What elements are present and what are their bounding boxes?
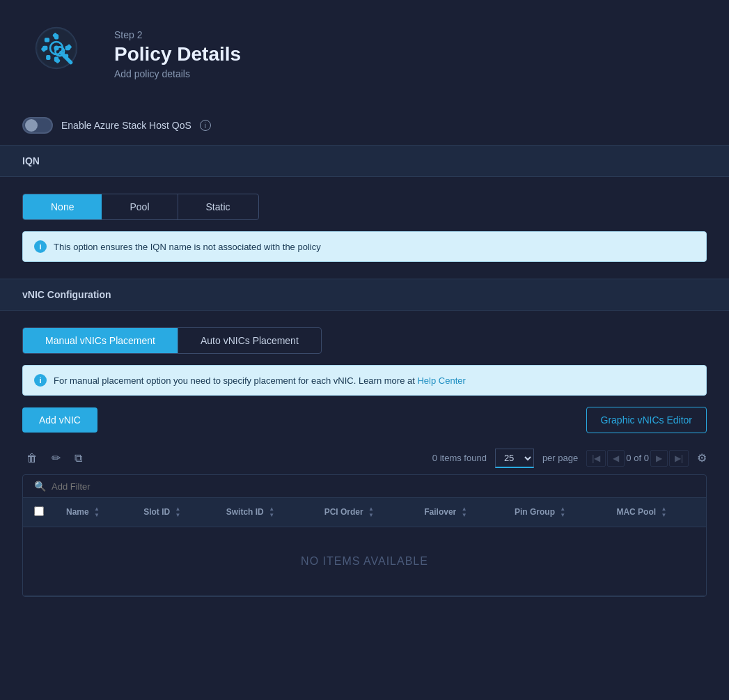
svg-rect-11 [46, 55, 50, 60]
header-text: Step 2 Policy Details Add policy details [114, 29, 241, 79]
last-page-button[interactable]: ▶| [669, 450, 689, 467]
iqn-tab-static[interactable]: Static [178, 194, 258, 219]
no-items-text: NO ITEMS AVAILABLE [23, 527, 706, 596]
slot-id-sort-icons[interactable]: ▲ ▼ [175, 506, 181, 518]
vnic-info-box: i For manual placement option you need t… [22, 365, 707, 396]
header-pci-order: PCI Order ▲ ▼ [313, 498, 414, 527]
table-body: NO ITEMS AVAILABLE [23, 527, 706, 596]
toolbar-left: 🗑 ✏ ⧉ [22, 447, 86, 469]
delete-button[interactable]: 🗑 [22, 447, 42, 469]
table-header-row: Name ▲ ▼ Slot ID ▲ ▼ Swi [23, 498, 706, 527]
page-title: Policy Details [114, 43, 241, 65]
toggle-knob [25, 119, 38, 132]
data-table: Name ▲ ▼ Slot ID ▲ ▼ Swi [23, 498, 706, 596]
iqn-info-icon: i [34, 240, 47, 253]
iqn-section-content: None Pool Static i This option ensures t… [0, 177, 729, 279]
per-page-label: per page [542, 453, 578, 463]
iqn-info-box: i This option ensures the IQN name is no… [22, 231, 707, 262]
iqn-tab-none[interactable]: None [23, 194, 102, 219]
filter-input[interactable] [52, 481, 695, 492]
graphic-vnic-editor-button[interactable]: Graphic vNICs Editor [586, 407, 707, 433]
pagination-info: 0 of 0 [626, 453, 649, 463]
name-sort-icons[interactable]: ▲ ▼ [94, 506, 100, 518]
next-page-button[interactable]: ▶ [650, 450, 668, 467]
page-header: Step 2 Policy Details Add policy details [0, 0, 729, 106]
svg-rect-13 [45, 38, 49, 42]
pin-group-sort-icons[interactable]: ▲ ▼ [560, 506, 565, 518]
iqn-section-header: IQN [0, 145, 729, 177]
filter-row: 🔍 [23, 475, 706, 498]
vnic-tab-auto[interactable]: Auto vNICs Placement [178, 328, 321, 353]
table-toolbar: 🗑 ✏ ⧉ 0 items found 25 50 100 per page |… [22, 447, 707, 469]
table-settings-button[interactable]: ⚙ [697, 451, 707, 465]
copy-button[interactable]: ⧉ [70, 447, 86, 469]
toggle-row: Enable Azure Stack Host QoS i [0, 106, 729, 145]
prev-page-button[interactable]: ◀ [607, 450, 625, 467]
step-label: Step 2 [114, 29, 241, 40]
mac-pool-sort-icons[interactable]: ▲ ▼ [661, 506, 666, 518]
first-page-button[interactable]: |◀ [586, 450, 606, 467]
header-icon [28, 20, 97, 89]
help-center-link[interactable]: Help Center [417, 375, 465, 386]
action-row: Add vNIC Graphic vNICs Editor [22, 407, 707, 433]
vnic-tab-manual[interactable]: Manual vNICs Placement [23, 328, 178, 353]
iqn-info-text: This option ensures the IQN name is not … [54, 242, 321, 252]
pci-order-sort-icons[interactable]: ▲ ▼ [368, 506, 374, 518]
toolbar-right: 0 items found 25 50 100 per page |◀ ◀ 0 … [432, 449, 707, 468]
header-failover: Failover ▲ ▼ [413, 498, 503, 527]
header-checkbox-col [23, 498, 55, 527]
header-slot-id: Slot ID ▲ ▼ [132, 498, 215, 527]
header-switch-id: Switch ID ▲ ▼ [215, 498, 313, 527]
page-subtitle: Add policy details [114, 68, 241, 79]
header-pin-group: Pin Group ▲ ▼ [503, 498, 605, 527]
select-all-checkbox[interactable] [34, 506, 44, 516]
filter-search-icon: 🔍 [34, 481, 46, 492]
items-count: 0 items found [432, 453, 487, 463]
table-header: Name ▲ ▼ Slot ID ▲ ▼ Swi [23, 498, 706, 527]
header-name: Name ▲ ▼ [55, 498, 132, 527]
failover-sort-icons[interactable]: ▲ ▼ [462, 506, 467, 518]
switch-id-sort-icons[interactable]: ▲ ▼ [269, 506, 274, 518]
per-page-select[interactable]: 25 50 100 [495, 449, 534, 468]
pagination-nav: |◀ ◀ 0 of 0 ▶ ▶| [586, 450, 689, 467]
iqn-tab-group: None Pool Static [22, 194, 259, 220]
vnic-tab-group: Manual vNICs Placement Auto vNICs Placem… [22, 327, 322, 354]
add-vnic-button[interactable]: Add vNIC [22, 407, 97, 433]
vnic-section-content: Manual vNICs Placement Auto vNICs Placem… [0, 311, 729, 614]
vnic-info-text: For manual placement option you need to … [54, 375, 466, 386]
edit-button[interactable]: ✏ [47, 447, 65, 469]
vnic-info-icon: i [34, 374, 47, 387]
iqn-tab-pool[interactable]: Pool [102, 194, 177, 219]
toggle-label: Enable Azure Stack Host QoS [61, 120, 191, 131]
azure-stack-qos-toggle[interactable] [22, 117, 53, 134]
header-mac-pool: MAC Pool ▲ ▼ [605, 498, 706, 527]
toggle-info-icon[interactable]: i [200, 120, 211, 131]
vnic-section-header: vNIC Configuration [0, 279, 729, 311]
no-items-row: NO ITEMS AVAILABLE [23, 527, 706, 596]
table-container: 🔍 Name ▲ ▼ Slot ID [22, 474, 707, 597]
